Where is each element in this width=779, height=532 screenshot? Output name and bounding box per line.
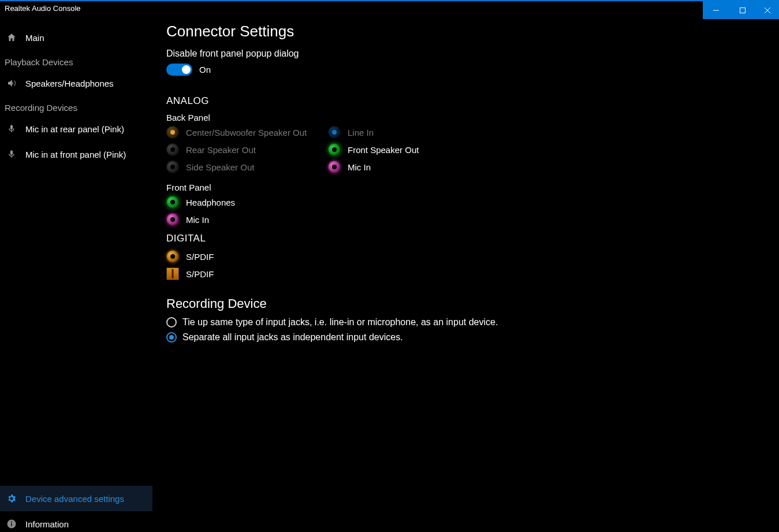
disable-popup-label: Disable front panel popup dialog (166, 49, 767, 59)
maximize-button[interactable] (729, 1, 756, 19)
jack-label: Headphones (186, 198, 235, 207)
recording-device-title: Recording Device (166, 296, 767, 311)
sidebar-item-main[interactable]: Main (0, 25, 152, 50)
jack-grey-icon (166, 143, 179, 156)
sidebar-item-information[interactable]: Information (0, 511, 152, 532)
sidebar-item-mic-front[interactable]: Mic in at front panel (Pink) (0, 142, 152, 167)
gear-icon (6, 493, 17, 504)
sidebar-item-advanced[interactable]: Device advanced settings (0, 486, 152, 511)
disable-popup-toggle[interactable] (166, 64, 192, 76)
jack-green-icon (328, 143, 341, 156)
jack-label: Front Speaker Out (348, 145, 419, 155)
jack-mic-in-back[interactable]: Mic In (328, 161, 767, 173)
jack-front-speaker[interactable]: Front Speaker Out (328, 143, 767, 156)
sidebar-item-label: Mic in at rear panel (Pink) (25, 124, 124, 134)
sidebar-section-recording: Recording Devices (0, 96, 152, 116)
sidebar-item-speakers[interactable]: Speakers/Headphones (0, 70, 152, 96)
jack-mic-in-front[interactable]: Mic In (166, 213, 767, 226)
jack-orange-icon (166, 250, 179, 263)
jack-side-speaker[interactable]: Side Speaker Out (166, 161, 326, 173)
toggle-state: On (199, 65, 211, 75)
sidebar-item-label: Information (25, 519, 69, 529)
home-icon (6, 32, 17, 43)
analog-header: ANALOG (166, 95, 767, 107)
sidebar-section-playback: Playback Devices (0, 50, 152, 70)
jack-blue-icon (328, 126, 341, 139)
sidebar-item-label: Speakers/Headphones (25, 79, 114, 88)
jack-optical-icon (166, 267, 179, 280)
app-title: Realtek Audio Console (0, 1, 85, 16)
jack-rear-speaker[interactable]: Rear Speaker Out (166, 143, 326, 156)
jack-label: Center/Subwoofer Speaker Out (186, 128, 307, 137)
jack-label: Mic In (348, 162, 371, 172)
info-icon (6, 518, 17, 530)
jack-spdif-coax[interactable]: S/PDIF (166, 250, 767, 263)
radio-icon (166, 317, 177, 328)
svg-rect-5 (11, 523, 12, 526)
svg-point-6 (11, 521, 12, 522)
sidebar-item-label: Device advanced settings (25, 494, 124, 504)
svg-rect-1 (740, 8, 746, 13)
jack-spdif-optical[interactable]: S/PDIF (166, 267, 767, 280)
jack-grey-icon (166, 161, 179, 173)
radio-label: Tie up same type of input jacks, i.e. li… (182, 317, 498, 328)
page-title: Connector Settings (166, 23, 767, 40)
close-button[interactable] (756, 1, 779, 19)
minimize-button[interactable] (703, 1, 729, 19)
window-controls (703, 1, 779, 19)
mic-icon (6, 148, 17, 160)
sidebar-item-label: Main (25, 33, 44, 43)
titlebar: Realtek Audio Console (0, 0, 779, 19)
jack-pink-icon (328, 161, 341, 173)
radio-selected-icon (166, 332, 177, 343)
sidebar-item-label: Mic in at front panel (Pink) (25, 150, 126, 159)
jack-center-subwoofer[interactable]: Center/Subwoofer Speaker Out (166, 126, 326, 139)
jack-label: Side Speaker Out (186, 162, 254, 172)
jack-line-in[interactable]: Line In (328, 126, 767, 139)
radio-tie-jacks[interactable]: Tie up same type of input jacks, i.e. li… (166, 317, 767, 328)
jack-pink-icon (166, 213, 179, 226)
speaker-icon (6, 77, 17, 89)
jack-headphones[interactable]: Headphones (166, 196, 767, 209)
jack-green-icon (166, 196, 179, 209)
back-panel-header: Back Panel (166, 113, 767, 122)
jack-orange-icon (166, 126, 179, 139)
radio-separate-jacks[interactable]: Separate all input jacks as independent … (166, 332, 767, 343)
digital-header: DIGITAL (166, 233, 767, 244)
mic-icon (6, 123, 17, 135)
jack-label: Rear Speaker Out (186, 145, 256, 155)
sidebar-item-mic-rear[interactable]: Mic in at rear panel (Pink) (0, 116, 152, 142)
sidebar: Main Playback Devices Speakers/Headphone… (0, 19, 152, 532)
radio-label: Separate all input jacks as independent … (182, 332, 403, 343)
jack-label: S/PDIF (186, 252, 214, 262)
main-content: Connector Settings Disable front panel p… (152, 19, 779, 532)
jack-label: Line In (348, 128, 374, 137)
front-panel-header: Front Panel (166, 183, 767, 192)
jack-label: S/PDIF (186, 269, 214, 279)
jack-label: Mic In (186, 215, 209, 225)
